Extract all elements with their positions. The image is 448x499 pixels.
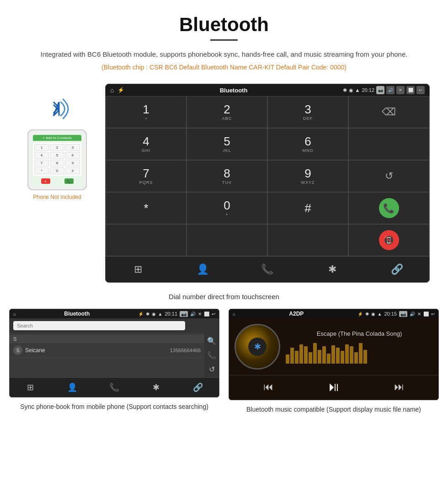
phone-key: 5: [50, 152, 64, 159]
pb-search-input[interactable]: [13, 321, 185, 330]
dial-key-5[interactable]: 5 JKL: [187, 128, 267, 160]
pb-nav-dialpad[interactable]: ⊞: [10, 380, 52, 395]
phone-key: 6: [65, 152, 80, 159]
bar: [295, 351, 299, 364]
music-info: Escape (The Pina Colada Song): [286, 330, 433, 364]
dial-caption: Dial number direct from touchscreen: [0, 287, 448, 309]
album-art-inner: ✱: [248, 338, 267, 356]
pb-nav-bluetooth[interactable]: ✱: [135, 380, 177, 395]
android-dial-screen: ⌂ ⚡ Bluetooth ✱ ◉ ▲ 20:12 📷 🔊 ✕ ⬜ ↩ 1 ⌁: [105, 84, 430, 283]
statusbar-left: ⌂ ⚡: [110, 86, 124, 94]
pb-contact-number: 13566664466: [170, 348, 201, 353]
nav-phone[interactable]: 📞: [235, 260, 300, 279]
phone-key: 4: [34, 152, 49, 159]
pb-contact-initial: S: [13, 346, 22, 355]
prev-button[interactable]: ⏮: [263, 381, 273, 393]
bar: [290, 348, 294, 364]
pb-loc-icon: ◉: [152, 311, 156, 317]
backspace-button[interactable]: ⌫: [348, 96, 429, 128]
music-back-icon: ↩: [431, 311, 435, 317]
music-time: 20:15: [384, 311, 397, 317]
pb-nav-link[interactable]: 🔗: [177, 380, 219, 395]
pb-nav-phone[interactable]: 📞: [93, 380, 135, 395]
music-bt-icon: ✱: [365, 311, 369, 317]
page-header: Bluetooth Integrated with BC6 Bluetooth …: [0, 0, 448, 84]
pb-refresh-icon[interactable]: ↺: [209, 365, 215, 374]
pb-search-bar[interactable]: [10, 318, 219, 333]
call-btn: 📞: [64, 178, 74, 184]
pb-home-icon: ⌂: [13, 311, 16, 317]
pb-list: S S Seicane 13566664466: [10, 333, 204, 377]
pb-statusbar: ⌂ Bluetooth ⚡ ✱ ◉ ▲ 20:11 📷 🔊 ✕ ⬜ ↩: [10, 309, 219, 318]
music-block: ⌂ A2DP ⚡ ✱ ◉ ▲ 20:15 📷 🔊 ✕ ⬜ ↩ ✱ Escape …: [229, 309, 439, 414]
nav-link[interactable]: 🔗: [364, 260, 429, 279]
dial-key-4[interactable]: 4 GHI: [106, 128, 187, 160]
phone-not-included: Phone Not Included: [33, 194, 81, 200]
main-section: + Add to Contacts 1 2 3 4 5 6 7 8 9 * 0 …: [0, 84, 448, 283]
pb-win-icon: ⬜: [204, 311, 209, 317]
pb-right-icons: 🔍 📞 ↺: [204, 333, 219, 377]
pb-bt-icon: ✱: [146, 311, 149, 317]
dial-key-3[interactable]: 3 DEF: [267, 96, 348, 128]
page-title: Bluetooth: [9, 14, 439, 36]
pb-search-icon[interactable]: 🔍: [207, 337, 216, 345]
pb-section-header: S: [10, 335, 204, 343]
music-loc-icon: ◉: [371, 311, 375, 317]
window-icon: ⬜: [406, 86, 415, 94]
bar: [318, 350, 321, 364]
phone-key: 8: [50, 160, 64, 166]
dial-key-9[interactable]: 9 WXYZ: [267, 160, 348, 192]
dial-key-1[interactable]: 1 ⌁: [106, 96, 187, 128]
bar: [309, 352, 312, 364]
home-icon: ⌂: [110, 86, 114, 94]
music-main: ✱ Escape (The Pina Colada Song): [229, 318, 438, 375]
play-pause-button[interactable]: ⏯: [327, 379, 340, 394]
pb-nav-contacts[interactable]: 👤: [52, 380, 94, 395]
nav-dialpad[interactable]: ⊞: [106, 260, 171, 279]
end-call-button[interactable]: 📵: [348, 224, 429, 256]
bar: [336, 348, 340, 364]
album-art: ✱: [235, 324, 280, 370]
pb-cam-icon: 📷: [180, 311, 188, 317]
bar: [354, 352, 358, 364]
next-button[interactable]: ⏭: [394, 381, 404, 393]
phone-mockup: + Add to Contacts 1 2 3 4 5 6 7 8 9 * 0 …: [27, 129, 87, 190]
pb-signal-icon: ▲: [158, 311, 163, 317]
music-signal-icon: ▲: [378, 311, 382, 317]
dial-key-8[interactable]: 8 TUV: [187, 160, 267, 192]
title-underline: [210, 39, 238, 41]
location-icon: ◉: [349, 87, 353, 93]
dial-key-0[interactable]: 0 +: [187, 192, 267, 224]
music-home-icon: ⌂: [233, 311, 235, 317]
bar: [299, 344, 303, 364]
pb-call-icon[interactable]: 📞: [207, 351, 216, 359]
phone-bottom-row: ✕ 📞: [33, 177, 81, 185]
bar: [350, 346, 353, 364]
phonebook-caption: Sync phone-book from mobile phone (Suppo…: [20, 402, 208, 412]
dial-key-7[interactable]: 7 PQRS: [106, 160, 187, 192]
pb-contact-row[interactable]: S Seicane 13566664466: [10, 343, 204, 358]
phonebook-block: ⌂ Bluetooth ⚡ ✱ ◉ ▲ 20:11 📷 🔊 ✕ ⬜ ↩ S: [9, 309, 219, 414]
dial-empty-3: [187, 224, 267, 256]
bt-symbol: [43, 93, 71, 125]
pb-contact-name: Seicane: [25, 347, 167, 354]
dial-empty-2: [106, 224, 187, 256]
bt-status-icon: ✱: [343, 87, 347, 93]
bar: [322, 346, 326, 364]
time-display: 20:12: [362, 87, 374, 93]
dial-key-star[interactable]: *: [106, 192, 187, 224]
bar: [341, 351, 344, 364]
statusbar: ⌂ ⚡ Bluetooth ✱ ◉ ▲ 20:12 📷 🔊 ✕ ⬜ ↩: [106, 84, 429, 96]
music-cam-icon: 📷: [399, 311, 407, 317]
pb-usb-icon: ⚡: [138, 311, 144, 317]
dial-key-6[interactable]: 6 MNO: [267, 128, 348, 160]
call-green-button[interactable]: 📞: [348, 192, 429, 224]
music-title: A2DP: [238, 311, 355, 317]
music-controls: ⏮ ⏯ ⏭: [229, 375, 438, 400]
dial-key-hash[interactable]: #: [267, 192, 348, 224]
dial-key-2[interactable]: 2 ABC: [187, 96, 267, 128]
refresh-button[interactable]: ↺: [348, 160, 429, 192]
nav-contacts[interactable]: 👤: [171, 260, 235, 279]
volume-icon: 🔊: [386, 86, 395, 94]
nav-bluetooth[interactable]: ✱: [300, 260, 365, 279]
